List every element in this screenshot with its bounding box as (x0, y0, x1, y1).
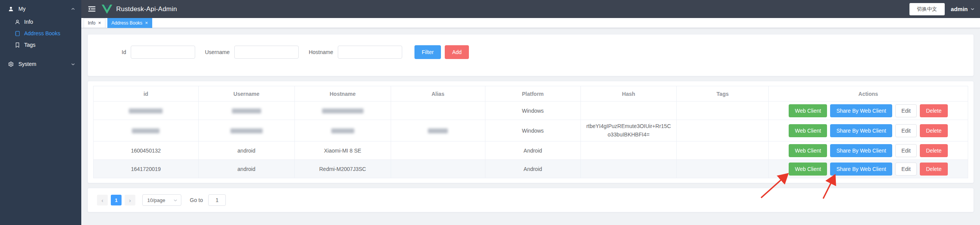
delete-button[interactable]: Delete (920, 144, 947, 157)
cell-platform: Windows (485, 120, 580, 141)
filter-field-id: Id (92, 46, 195, 59)
address-book-icon (15, 31, 20, 36)
edit-button[interactable]: Edit (895, 124, 917, 137)
filter-button[interactable]: Filter (414, 45, 441, 59)
cell-alias (391, 102, 485, 120)
bookmark-icon (15, 42, 20, 48)
share-by-web-client-button[interactable]: Share By Web Client (830, 104, 892, 117)
tab-bar: Info×Address Books× (81, 18, 980, 28)
redacted-value (230, 128, 263, 133)
sidebar-group-my-label: My (18, 6, 71, 12)
chevron-down-icon (71, 62, 75, 66)
add-button[interactable]: Add (445, 45, 469, 59)
filter-fields: IdUsernameHostname (92, 46, 402, 59)
cell-id (94, 120, 199, 141)
pagination-bar: ‹ 1 › 10/page Go to (87, 188, 974, 212)
user-menu[interactable]: admin (951, 6, 975, 12)
switch-language-button[interactable]: 切换中文 (909, 3, 945, 15)
next-page-button[interactable]: › (125, 195, 135, 205)
chevron-up-icon (71, 7, 75, 11)
delete-button[interactable]: Delete (920, 163, 947, 176)
cell-alias (391, 160, 485, 178)
delete-button[interactable]: Delete (920, 124, 947, 137)
sidebar-item-info[interactable]: Info (0, 16, 81, 28)
hostname-input[interactable] (338, 46, 402, 59)
page-size-value: 10/page (147, 197, 165, 203)
cell-hostname: Xiaomi-MI 8 SE (294, 141, 391, 160)
web-client-button[interactable]: Web Client (789, 163, 827, 176)
table-header-row: idUsernameHostnameAliasPlatformHashTagsA… (94, 86, 968, 102)
sidebar-group-my[interactable]: My (0, 2, 81, 15)
gear-icon (8, 61, 14, 67)
sidebar-submenu-my: InfoAddress BooksTags (0, 15, 81, 52)
edit-button[interactable]: Edit (895, 163, 917, 176)
prev-page-button[interactable]: ‹ (97, 195, 108, 205)
delete-button[interactable]: Delete (920, 104, 947, 117)
id-input[interactable] (131, 46, 195, 59)
filter-panel: IdUsernameHostname Filter Add (87, 34, 974, 76)
cell-hostname (294, 120, 391, 141)
sidebar-item-label: Tags (24, 42, 36, 48)
cell-tags (677, 160, 769, 178)
top-header: Rustdesk-Api-Admin 切换中文 admin (81, 0, 980, 18)
page-number-button[interactable]: 1 (111, 195, 122, 205)
redacted-value (129, 108, 163, 113)
column-header-hostname: Hostname (294, 86, 391, 102)
cell-actions: Web ClientShare By Web ClientEditDelete (768, 141, 968, 160)
hamburger-icon[interactable] (87, 5, 97, 13)
sidebar-item-address-books[interactable]: Address Books (0, 28, 81, 39)
username-input[interactable] (234, 46, 299, 59)
share-by-web-client-button[interactable]: Share By Web Client (830, 163, 892, 176)
app-title: Rustdesk-Api-Admin (116, 5, 177, 13)
cell-tags (677, 141, 769, 160)
cell-actions: Web ClientShare By Web ClientEditDelete (768, 102, 968, 120)
column-header-actions: Actions (768, 86, 968, 102)
content-area: IdUsernameHostname Filter Add idUsername… (81, 28, 980, 225)
web-client-button[interactable]: Web Client (789, 124, 827, 137)
filter-field-hostname: Hostname (299, 46, 402, 59)
web-client-button[interactable]: Web Client (789, 104, 827, 117)
edit-button[interactable]: Edit (895, 144, 917, 157)
table-row: WindowsrtbeYI4gIPuzREmute3OIUir+Rr15Co33… (94, 120, 968, 141)
tab-info[interactable]: Info× (84, 18, 105, 28)
profile-icon (15, 19, 20, 25)
cell-hostname (294, 102, 391, 120)
sidebar-group-system-label: System (18, 61, 71, 67)
column-header-username: Username (198, 86, 294, 102)
close-icon[interactable]: × (145, 20, 148, 25)
cell-actions: Web ClientShare By Web ClientEditDelete (768, 160, 968, 178)
table-row: 1641720019androidRedmi-M2007J3SCAndroidW… (94, 160, 968, 178)
redacted-value (322, 108, 363, 113)
sidebar-group-system[interactable]: System (0, 57, 81, 71)
user-name: admin (951, 6, 968, 12)
tab-label: Info (88, 20, 95, 26)
cell-hash (580, 141, 677, 160)
share-by-web-client-button[interactable]: Share By Web Client (830, 144, 892, 157)
sidebar-item-tags[interactable]: Tags (0, 39, 81, 51)
tab-label: Address Books (112, 20, 143, 26)
cell-alias (391, 120, 485, 141)
column-header-tags: Tags (677, 86, 769, 102)
column-header-hash: Hash (580, 86, 677, 102)
tab-address-books[interactable]: Address Books× (107, 18, 152, 28)
goto-page-input[interactable] (208, 194, 226, 206)
cell-platform: Android (485, 141, 580, 160)
address-books-table: idUsernameHostnameAliasPlatformHashTagsA… (93, 86, 968, 178)
app-window: My InfoAddress BooksTags System Rustdes (0, 0, 980, 225)
goto-label: Go to (190, 197, 203, 203)
page-size-select[interactable]: 10/page (142, 194, 181, 206)
column-header-id: id (94, 86, 199, 102)
close-icon[interactable]: × (98, 20, 101, 25)
share-by-web-client-button[interactable]: Share By Web Client (830, 124, 892, 137)
table-row: WindowsWeb ClientShare By Web ClientEdit… (94, 102, 968, 120)
cell-platform: Windows (485, 102, 580, 120)
cell-id: 1600450132 (94, 141, 199, 160)
web-client-button[interactable]: Web Client (789, 144, 827, 157)
cell-tags (677, 120, 769, 141)
cell-id (94, 102, 199, 120)
cell-username (198, 120, 294, 141)
filter-field-label: Id (92, 49, 126, 55)
filter-field-label: Username (195, 49, 230, 55)
edit-button[interactable]: Edit (895, 104, 917, 117)
cell-alias (391, 141, 485, 160)
